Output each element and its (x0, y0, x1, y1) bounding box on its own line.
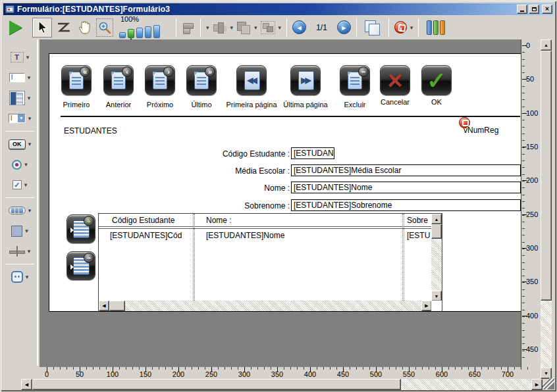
arrow-left-icon: ◀ (102, 303, 105, 308)
tool-rectangle[interactable]: ▾ (3, 223, 37, 239)
scroll-right-button[interactable]: ▶ (531, 379, 543, 390)
dropdown-icon[interactable]: ▾ (28, 141, 32, 147)
column-separator[interactable] (193, 214, 195, 301)
zoom-bar-5[interactable] (153, 25, 160, 38)
separator-line[interactable] (61, 116, 520, 117)
align-dropdown-icon[interactable]: ▾ (206, 24, 209, 31)
zoom-bar-current[interactable] (128, 29, 134, 38)
window-resize-grip[interactable] (543, 378, 554, 389)
variable-name: vNumReg (464, 126, 498, 135)
ok-check-icon: ✓ (427, 67, 446, 94)
scrollbar-thumb[interactable] (109, 301, 125, 311)
column-header[interactable]: Nome : (206, 216, 397, 225)
tool-input-field[interactable]: I▾ (3, 70, 37, 86)
listbox-vertical-scrollbar[interactable]: ▲ ▼ (431, 214, 442, 301)
field-input-sobrenome[interactable]: [ESTUDANTES]Sobrenome (291, 199, 521, 211)
variable-object[interactable]: vNumReg (459, 117, 518, 137)
hand-tool-button[interactable] (76, 18, 93, 37)
previous-page-button[interactable]: ◀ (292, 20, 306, 34)
form-button-ok[interactable]: ✓ OK (406, 65, 467, 106)
maximize-button[interactable] (529, 5, 539, 14)
minimize-icon (520, 9, 524, 12)
tool-plugin-area[interactable]: ▾ (3, 269, 37, 285)
next-page-button[interactable]: ▶ (337, 20, 351, 34)
field-label-nome[interactable]: Nome : (151, 184, 290, 193)
field-input-codigo[interactable]: [ESTUDAN (291, 147, 334, 159)
listbox-horizontal-scrollbar[interactable]: ◀ ▶ (99, 301, 432, 311)
dropdown-icon[interactable]: ▾ (24, 161, 28, 168)
canvas-vertical-scrollbar[interactable]: ▲ ▼ (541, 39, 552, 379)
dropdown-icon[interactable]: ▾ (28, 74, 31, 81)
zoom-bar-3[interactable] (136, 28, 143, 38)
align-objects-button[interactable] (182, 22, 195, 34)
column-header[interactable]: Código Estudante (112, 216, 191, 225)
zoom-bar-4[interactable] (145, 26, 151, 38)
tool-combo-box[interactable]: I▾ (3, 110, 37, 126)
dropdown-icon[interactable]: ▾ (28, 248, 31, 255)
minimize-button[interactable] (517, 5, 527, 14)
form-page[interactable]: « Primeiro ‹ Anterior › Próximo » Último… (49, 53, 521, 312)
table-section-label[interactable]: ESTUDANTES (64, 126, 117, 135)
object-order-button[interactable] (236, 21, 251, 34)
scroll-up-button[interactable]: ▲ (541, 39, 552, 51)
dropdown-icon[interactable]: ▾ (28, 207, 32, 214)
field-input-media[interactable]: [ESTUDANTES]Média Escolar (291, 164, 521, 176)
dropdown-icon[interactable]: ▾ (26, 54, 30, 61)
zoom-scale-widget[interactable]: 100% (119, 16, 171, 39)
field-label-codigo[interactable]: Código Estudante : (151, 149, 290, 159)
zoom-bar-1[interactable] (119, 32, 126, 38)
scroll-down-button[interactable]: ▼ (431, 291, 442, 301)
tool-static-text[interactable]: T▾ (3, 49, 37, 65)
arrow-right-icon: ▶ (425, 303, 428, 308)
close-button[interactable]: × (542, 5, 552, 14)
zoom-tool-button[interactable] (96, 18, 113, 37)
scrollbar-thumb[interactable] (541, 51, 552, 301)
last-record-badge-icon: » (205, 66, 215, 77)
tool-list-box[interactable]: ▾ (3, 90, 37, 106)
line-tool-button[interactable] (55, 18, 72, 37)
column-separator[interactable] (402, 214, 404, 301)
distribute-dropdown-icon[interactable]: ▾ (230, 24, 234, 31)
run-form-button[interactable] (9, 20, 22, 35)
database-objects-button[interactable] (394, 21, 407, 34)
scrollbar-thumb[interactable] (32, 379, 401, 390)
tool-checkbox[interactable]: ✓▾ (3, 177, 37, 193)
dropdown-icon[interactable]: ▾ (26, 274, 29, 280)
field-input-nome[interactable]: [ESTUDANTES]Nome (291, 182, 521, 193)
dropdown-icon[interactable]: ▾ (28, 115, 32, 122)
dropdown-icon[interactable]: ▾ (24, 182, 28, 188)
ruler-label: 0 (526, 42, 530, 49)
order-dropdown-icon[interactable]: ▾ (254, 24, 257, 31)
distribute-objects-button[interactable] (213, 21, 227, 34)
tool-progress-indicator[interactable]: ▾ (3, 203, 37, 218)
remove-badge-icon: − (84, 253, 94, 263)
group-dropdown-icon[interactable]: ▾ (278, 24, 282, 31)
dropdown-icon[interactable]: ▾ (25, 228, 28, 234)
vertical-ruler: 0 50 100 150 200 250 300 350 400 450 (521, 39, 535, 367)
add-subrecord-button[interactable]: + (66, 214, 95, 243)
scrollbar-thumb[interactable] (431, 224, 442, 239)
students-listbox[interactable]: Código Estudante Nome : Sobre [ESTUDANTE… (98, 213, 442, 312)
tool-button[interactable]: OK▾ (3, 136, 37, 152)
pointer-tool-button[interactable] (32, 18, 52, 37)
dropdown-icon[interactable]: ▾ (28, 95, 31, 101)
form-design-canvas[interactable]: « Primeiro ‹ Anterior › Próximo » Último… (40, 39, 521, 367)
tool-splitter[interactable]: ▾ (3, 243, 37, 259)
scroll-right-button[interactable]: ▶ (421, 301, 432, 311)
canvas-horizontal-scrollbar[interactable]: ◀ ▶ (21, 379, 543, 390)
explorer-library-button[interactable] (427, 20, 445, 35)
database-dropdown-icon[interactable]: ▾ (410, 24, 413, 31)
scroll-up-button[interactable]: ▲ (431, 214, 442, 224)
title-bar[interactable]: Formulário:[ESTUDANTES]Formulário3 × (3, 3, 554, 15)
field-label-sobrenome[interactable]: Sobrenome : (151, 201, 290, 211)
form-button-primeira-pagina[interactable]: ◀◀ Primeira página (221, 65, 282, 109)
tool-radio-button[interactable]: ▾ (3, 157, 37, 172)
remove-subrecord-button[interactable]: − (66, 251, 95, 280)
column-header[interactable]: Sobre (407, 216, 432, 225)
form-pages-button[interactable] (365, 20, 381, 35)
field-label-media[interactable]: Média Escolar : (151, 166, 290, 176)
group-objects-button[interactable] (261, 21, 275, 34)
magnifier-icon (97, 20, 112, 35)
scroll-left-button[interactable]: ◀ (99, 301, 109, 311)
scroll-left-button[interactable]: ◀ (21, 379, 32, 390)
